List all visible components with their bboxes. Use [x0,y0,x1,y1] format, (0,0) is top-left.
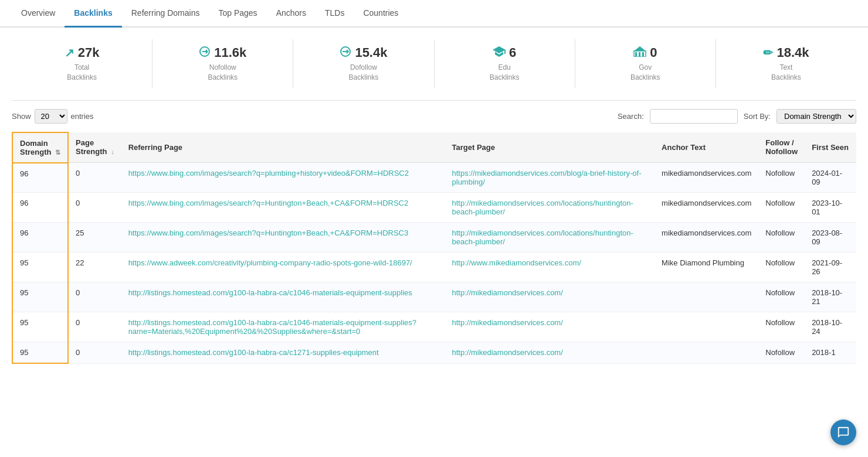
search-label: Search: [618,112,644,121]
tab-tlds[interactable]: TLDs [316,0,354,28]
target-page-link[interactable]: http://mikediamondservices.com/locations… [452,199,633,216]
referring-page-link[interactable]: http://listings.homestead.com/g100-la-ha… [128,288,412,297]
table-row: 950http://listings.homestead.com/g100-la… [12,342,856,364]
show-select[interactable]: 20 10 50 100 [35,109,67,124]
dofollow-backlinks-value: 15.4k [355,45,387,60]
cell-domain-strength: 95 [12,253,68,282]
text-icon: ✏ [763,46,773,60]
referring-page-link[interactable]: http://listings.homestead.com/g100-la-ha… [128,348,379,357]
col-header-follow: Follow /Nofollow [758,132,805,163]
col-header-referring-page: Referring Page [121,132,445,163]
cell-anchor-text: mikediamondservices.com [655,223,758,253]
cell-domain-strength: 96 [12,223,68,253]
tab-countries[interactable]: Countries [354,0,408,28]
cell-target-page: http://mikediamondservices.com/ [445,342,655,364]
col-header-first-seen: First Seen [805,132,856,163]
show-label: Show [12,112,31,121]
col-header-target-page: Target Page [445,132,655,163]
target-page-link[interactable]: http://mikediamondservices.com/ [452,318,563,327]
referring-page-link[interactable]: https://www.bing.com/images/search?q=Hun… [128,228,409,237]
cell-target-page: http://www.mikediamondservices.com/ [445,253,655,282]
stat-gov-backlinks: 0 GovBacklinks [575,39,716,88]
referring-page-link[interactable]: https://www.adweek.com/creativity/plumbi… [128,258,412,267]
target-page-link[interactable]: http://www.mikediamondservices.com/ [452,258,581,267]
text-backlinks-value: 18.4k [777,45,809,60]
stats-bar: ↗ 27k TotalBacklinks 11.6k NofollowBackl… [12,28,856,101]
cell-referring-page: http://listings.homestead.com/g100-la-ha… [121,282,445,312]
target-page-link[interactable]: https://mikediamondservices.com/blog/a-b… [452,169,642,186]
cell-anchor-text: mikediamondservices.com [655,163,758,193]
col-header-anchor-text: Anchor Text [655,132,758,163]
cell-first-seen: 2023-08-09 [805,223,856,253]
cell-domain-strength: 95 [12,282,68,312]
external-link-icon: ↗ [65,46,74,60]
cell-anchor-text: Mike Diamond Plumbing [655,253,758,282]
cell-target-page: http://mikediamondservices.com/locations… [445,193,655,223]
nofollow-backlinks-label: NofollowBacklinks [164,63,281,83]
dofollow-backlinks-label: DofollowBacklinks [305,63,422,83]
stat-dofollow-backlinks: 15.4k DofollowBacklinks [293,39,434,88]
edu-backlinks-value: 6 [509,45,516,60]
tab-top-pages[interactable]: Top Pages [209,0,266,28]
search-input[interactable] [650,109,738,124]
edu-icon [493,46,506,60]
cell-referring-page: https://www.bing.com/images/search?q=plu… [121,163,445,193]
cell-page-strength: 0 [68,282,121,312]
edu-backlinks-label: EduBacklinks [446,63,563,83]
table-row: 950http://listings.homestead.com/g100-la… [12,312,856,342]
stat-total-backlinks: ↗ 27k TotalBacklinks [12,39,152,88]
backlinks-table: DomainStrength ⇅ PageStrength ↓ Referrin… [12,132,856,364]
table-row: 950http://listings.homestead.com/g100-la… [12,282,856,312]
table-row: 9522https://www.adweek.com/creativity/pl… [12,253,856,282]
gov-backlinks-label: GovBacklinks [587,63,704,83]
cell-domain-strength: 96 [12,193,68,223]
table-row: 960https://www.bing.com/images/search?q=… [12,163,856,193]
tab-overview[interactable]: Overview [12,0,65,28]
cell-page-strength: 0 [68,312,121,342]
svg-marker-12 [634,46,646,51]
cell-follow: Nofollow [758,223,805,253]
sort-select[interactable]: Domain Strength Page Strength First Seen [777,109,856,124]
cell-referring-page: http://listings.homestead.com/g100-la-ha… [121,312,445,342]
svg-rect-9 [635,52,637,57]
table-row: 960https://www.bing.com/images/search?q=… [12,193,856,223]
cell-follow: Nofollow [758,282,805,312]
tab-referring-domains[interactable]: Referring Domains [122,0,209,28]
cell-referring-page: https://www.bing.com/images/search?q=Hun… [121,193,445,223]
dofollow-icon [340,46,351,60]
cell-follow: Nofollow [758,312,805,342]
table-row: 9625https://www.bing.com/images/search?q… [12,223,856,253]
gov-icon [633,46,646,60]
cell-first-seen: 2018-10-24 [805,312,856,342]
cell-first-seen: 2018-10-21 [805,282,856,312]
target-page-link[interactable]: http://mikediamondservices.com/locations… [452,228,633,246]
entries-label: entries [71,112,94,121]
stat-text-backlinks: ✏ 18.4k TextBacklinks [716,39,856,88]
cell-anchor-text [655,342,758,364]
referring-page-link[interactable]: http://listings.homestead.com/g100-la-ha… [128,318,416,336]
tab-anchors[interactable]: Anchors [267,0,316,28]
referring-page-link[interactable]: https://www.bing.com/images/search?q=Hun… [128,199,409,207]
cell-first-seen: 2018-1 [805,342,856,364]
table-body: 960https://www.bing.com/images/search?q=… [12,163,856,364]
cell-follow: Nofollow [758,193,805,223]
cell-domain-strength: 96 [12,163,68,193]
svg-rect-11 [642,52,644,57]
svg-rect-10 [639,52,640,57]
cell-domain-strength: 95 [12,312,68,342]
cell-anchor-text [655,282,758,312]
gov-backlinks-value: 0 [650,45,657,60]
tab-backlinks[interactable]: Backlinks [65,0,121,28]
cell-target-page: https://mikediamondservices.com/blog/a-b… [445,163,655,193]
col-header-page-strength[interactable]: PageStrength ↓ [68,132,121,163]
referring-page-link[interactable]: https://www.bing.com/images/search?q=plu… [128,169,409,178]
total-backlinks-label: TotalBacklinks [23,63,140,83]
cell-page-strength: 25 [68,223,121,253]
cell-target-page: http://mikediamondservices.com/locations… [445,223,655,253]
stat-edu-backlinks: 6 EduBacklinks [435,39,575,88]
col-header-domain-strength[interactable]: DomainStrength ⇅ [12,132,68,163]
stat-nofollow-backlinks: 11.6k NofollowBacklinks [152,39,293,88]
search-sort-controls: Search: Sort By: Domain Strength Page St… [618,109,856,124]
target-page-link[interactable]: http://mikediamondservices.com/ [452,288,563,297]
target-page-link[interactable]: http://mikediamondservices.com/ [452,348,563,357]
